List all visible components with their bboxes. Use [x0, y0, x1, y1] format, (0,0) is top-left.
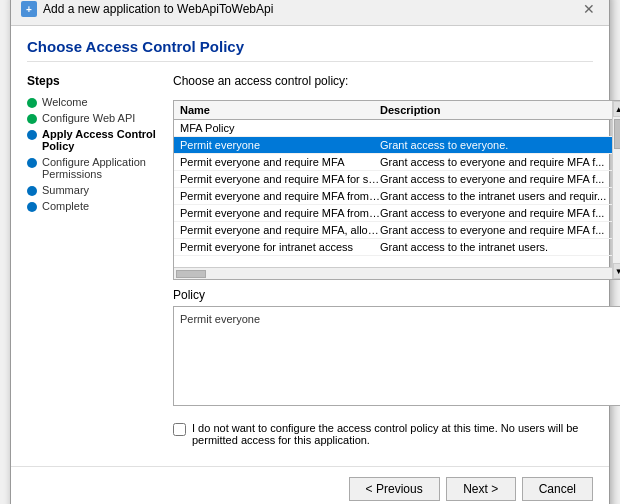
row-description: Grant access to everyone and require MFA…	[380, 156, 606, 168]
step-apply-access: Apply Access Control Policy	[27, 126, 157, 154]
app-icon: +	[21, 1, 37, 17]
row-name: Permit everyone and require MFA from ext…	[180, 190, 380, 202]
cancel-button[interactable]: Cancel	[522, 477, 593, 501]
step-summary: Summary	[27, 182, 157, 198]
next-button[interactable]: Next >	[446, 477, 516, 501]
col-header-description: Description	[380, 104, 606, 116]
section-label: Choose an access control policy:	[173, 74, 620, 88]
no-configure-checkbox-row: I do not want to configure the access co…	[173, 422, 620, 446]
row-description: Grant access to everyone.	[380, 139, 606, 151]
step-configure-web-api: Configure Web API	[27, 110, 157, 126]
row-description	[380, 122, 606, 134]
table-inner: Name Description MFA PolicyPermit everyo…	[174, 101, 612, 279]
policy-text-box: Permit everyone	[173, 306, 620, 406]
step-label-apply-access: Apply Access Control Policy	[42, 128, 157, 152]
table-row[interactable]: Permit everyone and require MFA, allow a…	[174, 222, 612, 239]
row-description: Grant access to everyone and require MFA…	[380, 173, 606, 185]
previous-button[interactable]: < Previous	[349, 477, 440, 501]
steps-panel: Steps Welcome Configure Web API Apply Ac…	[27, 74, 157, 446]
table-row[interactable]: Permit everyone and require MFAGrant acc…	[174, 154, 612, 171]
row-name: Permit everyone	[180, 139, 380, 151]
step-dot-configure-app-permissions	[27, 158, 37, 168]
row-name: Permit everyone and require MFA, allow a…	[180, 224, 380, 236]
page-title: Choose Access Control Policy	[27, 38, 593, 62]
horiz-scroll-thumb[interactable]	[176, 270, 206, 278]
step-label-configure-web-api: Configure Web API	[42, 112, 135, 124]
close-icon: ✕	[583, 1, 595, 17]
table-row[interactable]: Permit everyone for intranet accessGrant…	[174, 239, 612, 256]
app-icon-glyph: +	[26, 4, 32, 15]
row-name: Permit everyone for intranet access	[180, 241, 380, 253]
policy-section: Policy Permit everyone	[173, 288, 620, 406]
row-description: Grant access to the intranet users and r…	[380, 190, 606, 202]
step-complete: Complete	[27, 198, 157, 214]
title-bar-left: + Add a new application to WebApiToWebAp…	[21, 1, 273, 17]
step-configure-app-permissions: Configure Application Permissions	[27, 154, 157, 182]
main-panel: Choose an access control policy: Name De…	[173, 74, 620, 446]
table-row[interactable]: Permit everyone and require MFA from una…	[174, 205, 612, 222]
step-label-complete: Complete	[42, 200, 89, 212]
dialog-body: Choose Access Control Policy Steps Welco…	[11, 26, 609, 458]
steps-label: Steps	[27, 74, 157, 88]
policy-table-container: Name Description MFA PolicyPermit everyo…	[173, 100, 620, 280]
table-row[interactable]: Permit everyone and require MFA from ext…	[174, 188, 612, 205]
step-dot-welcome	[27, 98, 37, 108]
vertical-scrollbar[interactable]: ▲ ▼	[612, 101, 620, 279]
step-label-configure-app-permissions: Configure Application Permissions	[42, 156, 157, 180]
step-welcome: Welcome	[27, 94, 157, 110]
scroll-down-button[interactable]: ▼	[613, 263, 620, 279]
policy-label: Policy	[173, 288, 620, 302]
dialog: + Add a new application to WebApiToWebAp…	[10, 0, 610, 504]
table-row[interactable]: Permit everyone and require MFA for spec…	[174, 171, 612, 188]
row-name: Permit everyone and require MFA for spec…	[180, 173, 380, 185]
horizontal-scrollbar[interactable]	[174, 267, 612, 279]
dialog-title: Add a new application to WebApiToWebApi	[43, 2, 273, 16]
table-row[interactable]: MFA Policy	[174, 120, 612, 137]
title-bar: + Add a new application to WebApiToWebAp…	[11, 0, 609, 26]
step-label-summary: Summary	[42, 184, 89, 196]
row-name: Permit everyone and require MFA	[180, 156, 380, 168]
row-description: Grant access to everyone and require MFA…	[380, 207, 606, 219]
scroll-thumb[interactable]	[614, 119, 620, 149]
row-description: Grant access to the intranet users.	[380, 241, 606, 253]
no-configure-label: I do not want to configure the access co…	[192, 422, 620, 446]
row-description: Grant access to everyone and require MFA…	[380, 224, 606, 236]
close-button[interactable]: ✕	[579, 0, 599, 19]
content-area: Steps Welcome Configure Web API Apply Ac…	[27, 74, 593, 446]
table-row[interactable]: Permit everyoneGrant access to everyone.	[174, 137, 612, 154]
row-name: Permit everyone and require MFA from una…	[180, 207, 380, 219]
scroll-up-button[interactable]: ▲	[613, 101, 620, 117]
step-dot-configure-web-api	[27, 114, 37, 124]
table-body[interactable]: MFA PolicyPermit everyoneGrant access to…	[174, 120, 612, 267]
no-configure-checkbox[interactable]	[173, 423, 186, 436]
table-header: Name Description	[174, 101, 612, 120]
policy-text: Permit everyone	[180, 313, 260, 325]
footer: < Previous Next > Cancel	[11, 466, 609, 504]
step-dot-apply-access	[27, 130, 37, 140]
step-label-welcome: Welcome	[42, 96, 88, 108]
step-dot-complete	[27, 202, 37, 212]
row-name: MFA Policy	[180, 122, 380, 134]
col-header-name: Name	[180, 104, 380, 116]
step-dot-summary	[27, 186, 37, 196]
